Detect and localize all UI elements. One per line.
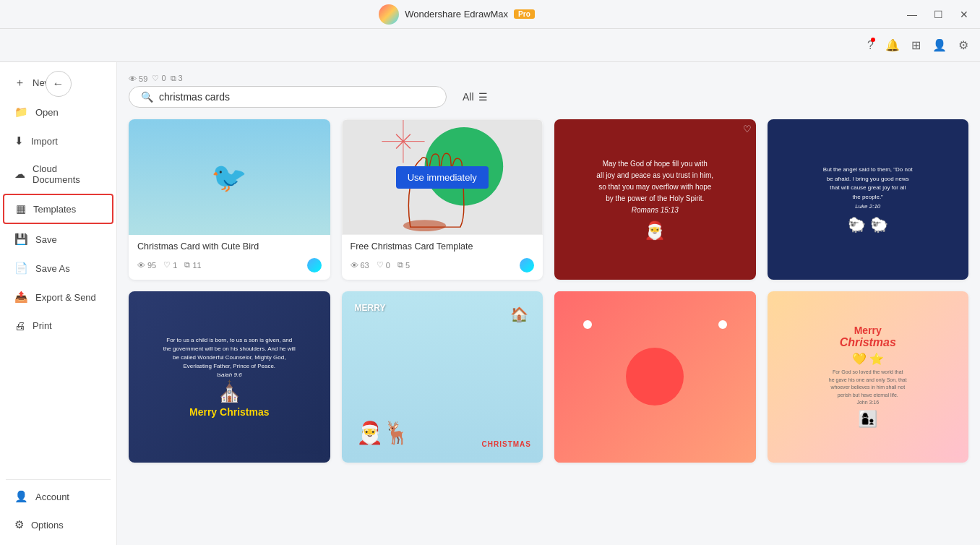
copies-cute-bird: ⧉ 11: [184, 260, 201, 270]
grid-icon[interactable]: ⊞: [911, 38, 921, 52]
template-card-printable[interactable]: Printable Christmas Card Template 👁 23 ♡…: [554, 291, 756, 463]
card-image-bible-verse: But the angel said to them, "Do notbe af…: [768, 119, 969, 280]
help-icon[interactable]: ?: [867, 39, 874, 52]
sidebar-item-templates[interactable]: ▦ Templates: [3, 194, 113, 224]
house-icon: 🏠: [510, 306, 528, 323]
sidebar-item-import[interactable]: ⬇ Import: [3, 127, 113, 155]
sidebar-label-open: Open: [35, 107, 59, 118]
santa-merry-text: MERRY: [355, 303, 386, 313]
sheep-emoji: 🐑 🐑: [848, 216, 888, 233]
church-icon: ⛪: [217, 379, 242, 403]
avatar-cute-bird: [307, 258, 322, 272]
sidebar-item-options[interactable]: ⚙ Options: [3, 511, 113, 538]
card-meta-cute-bird: 👁 95 ♡ 1 ⧉ 11: [137, 258, 322, 272]
template-card-god-words[interactable]: ♡ May the God of hope fill you withall j…: [554, 119, 756, 280]
sidebar-item-account[interactable]: 👤 Account: [3, 483, 113, 510]
sidebar-item-save[interactable]: 💾 Save: [3, 226, 113, 253]
save-icon: 💾: [14, 233, 28, 246]
print-icon: 🖨: [14, 319, 25, 332]
template-card-bible-verse[interactable]: But the angel said to them, "Do notbe af…: [768, 119, 969, 280]
sidebar-label-saveas: Save As: [35, 263, 70, 274]
card-image-bible-saying: For to us a child is born, to us a son i…: [129, 291, 330, 463]
heart-icon: ♡: [743, 124, 752, 134]
use-immediately-overlay: Use immediately: [343, 120, 543, 234]
quote-christmas-text: Christmas: [840, 336, 896, 349]
sidebar-item-export[interactable]: 📤 Export & Send: [3, 283, 113, 311]
minimize-button[interactable]: —: [905, 7, 919, 22]
bible-saying-text: For to us a child is born, to us a son i…: [163, 336, 296, 379]
card-image-god-words: ♡ May the God of hope fill you withall j…: [554, 119, 756, 280]
card-title-free-christmas: Free Christmas Card Template: [351, 241, 535, 254]
top-stats-row: 👁 59 ♡ 0 ⧉ 3: [129, 74, 968, 83]
options-icon: ⚙: [14, 518, 24, 531]
card-image-santa: MERRY 🏠 🎅🦌 CHRISTMAS: [342, 291, 543, 463]
sidebar-label-import: Import: [31, 136, 58, 147]
filter-button[interactable]: All ☰: [455, 87, 495, 107]
big-circle: [626, 348, 684, 405]
sidebar-label-print: Print: [33, 320, 52, 331]
template-card-bible-saying[interactable]: For to us a child is born, to us a son i…: [129, 291, 330, 463]
sidebar-label-account: Account: [35, 492, 69, 502]
saveas-icon: 📄: [14, 262, 28, 275]
titlebar-controls: — ☐ ✕: [905, 7, 971, 22]
dot2: [718, 320, 727, 329]
use-immediately-button[interactable]: Use immediately: [396, 166, 489, 189]
god-words-text: May the God of hope fill you withall joy…: [596, 158, 713, 216]
stats-views: 👁 59: [129, 74, 147, 83]
cute-bird-emoji: 🐦: [211, 160, 247, 194]
templates-icon: ▦: [16, 202, 26, 215]
maximize-button[interactable]: ☐: [931, 7, 945, 22]
sidebar-item-print[interactable]: 🖨 Print: [3, 312, 113, 339]
quote-text: For God so loved the world thathe gave h…: [829, 369, 907, 407]
christmas-text: CHRISTMAS: [482, 440, 531, 448]
template-card-free-christmas[interactable]: Use immediately Free Christmas Card Temp…: [342, 119, 543, 280]
toolbar: ? 🔔 ⊞ 👤 ⚙: [0, 29, 980, 62]
search-bar[interactable]: 🔍: [129, 86, 447, 108]
cloud-icon: ☁: [14, 168, 25, 181]
filter-label: All: [463, 91, 474, 103]
templates-grid: 🐦 Christmas Card with Cute Bird 👁 95 ♡ 1…: [129, 119, 968, 463]
sidebar-item-open[interactable]: 📁 Open: [3, 98, 113, 126]
avatar-free-christmas: [520, 258, 534, 272]
dot1: [583, 320, 592, 329]
main-layout: ← ＋ New 📁 Open ⬇ Import ☁ Cloud Document…: [0, 62, 980, 545]
hearts-icon: 💛 ⭐: [852, 352, 884, 366]
card-image-cute-bird: 🐦: [129, 119, 330, 235]
stats-likes: ♡ 0: [152, 74, 166, 83]
template-card-quote[interactable]: Merry Christmas 💛 ⭐ For God so loved the…: [768, 291, 969, 463]
help-dot: [871, 38, 875, 42]
back-button[interactable]: ←: [46, 71, 72, 97]
sidebar-label-export: Export & Send: [35, 292, 96, 303]
new-icon: ＋: [14, 76, 25, 90]
sidebar-label-cloud: Cloud Documents: [33, 163, 102, 185]
views-free-christmas: 👁 63: [351, 261, 369, 270]
search-input[interactable]: [159, 91, 434, 103]
card-image-free-christmas: Use immediately: [342, 119, 543, 235]
merry-text: Merry Christmas: [189, 406, 270, 418]
sidebar-item-cloud[interactable]: ☁ Cloud Documents: [3, 156, 113, 192]
sidebar: ← ＋ New 📁 Open ⬇ Import ☁ Cloud Document…: [0, 62, 117, 545]
filter-icon: ☰: [478, 91, 488, 103]
template-card-santa[interactable]: MERRY 🏠 🎅🦌 CHRISTMAS Christmas Card with…: [342, 291, 543, 463]
settings-icon[interactable]: ⚙: [958, 38, 968, 52]
sidebar-bottom: 👤 Account ⚙ Options: [0, 476, 116, 545]
card-image-printable: [554, 291, 756, 463]
santa-emoji: 🎅: [644, 220, 666, 241]
user-icon[interactable]: 👤: [932, 38, 947, 52]
titlebar: Wondershare EdrawMax Pro — ☐ ✕: [0, 0, 980, 29]
app-avatar: [379, 4, 399, 25]
sidebar-label-save: Save: [35, 234, 57, 245]
card-info-free-christmas: Free Christmas Card Template 👁 63 ♡ 0 ⧉ …: [342, 235, 543, 280]
bell-icon[interactable]: 🔔: [885, 38, 900, 52]
sidebar-divider: [6, 479, 111, 480]
titlebar-center: Wondershare EdrawMax Pro: [379, 4, 535, 25]
views-cute-bird: 👁 95: [137, 261, 156, 270]
search-icon: 🔍: [141, 91, 153, 103]
pro-badge: Pro: [514, 9, 535, 19]
card-meta-free-christmas: 👁 63 ♡ 0 ⧉ 5: [351, 258, 535, 272]
sidebar-item-saveas[interactable]: 📄 Save As: [3, 254, 113, 282]
template-card-cute-bird[interactable]: 🐦 Christmas Card with Cute Bird 👁 95 ♡ 1…: [129, 119, 330, 280]
import-icon: ⬇: [14, 134, 24, 147]
mary-icon: 👩‍👦: [858, 410, 877, 429]
close-button[interactable]: ✕: [957, 7, 971, 22]
